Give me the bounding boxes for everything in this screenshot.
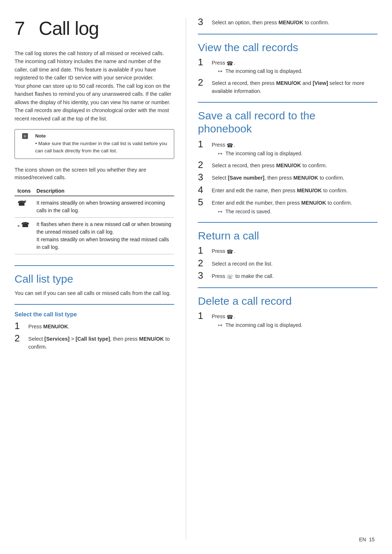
press-icon-rc3: ☏ — [226, 273, 234, 280]
svg-text:☎: ☎ — [21, 221, 29, 229]
return-call-section: Return a call 1 Press ☎ . 2 — [198, 229, 377, 281]
step-number-3: 3 — [198, 17, 212, 27]
rc-step-content-3: Press ☏ to make the call. — [212, 271, 377, 280]
svg-text:☎: ☎ — [226, 142, 233, 148]
select-call-list-subtitle: Select the call list type — [15, 311, 174, 318]
table-row: » ☎ It flashes when there is a new misse… — [15, 218, 174, 254]
rc-step-3: 3 Press ☏ to make the call. — [198, 271, 377, 281]
page-title: 7 Call log — [15, 17, 174, 39]
view-call-records-title: View the call records — [198, 41, 377, 54]
del-step-content-1: Press ☎ . ↦ The incoming call log is dis… — [212, 311, 377, 329]
call-list-type-text: You can set if you can see all calls or … — [15, 289, 174, 297]
return-call-title: Return a call — [198, 229, 377, 242]
left-column: 7 Call log The call log stores the call … — [15, 17, 186, 539]
section-divider-view — [198, 34, 377, 34]
delete-call-record-title: Delete a call record — [198, 295, 377, 308]
rc-step-num-3: 3 — [198, 270, 212, 281]
delete-call-record-steps: 1 Press ☎ . ↦ The incoming call log is d… — [198, 311, 377, 329]
shared-step-3: 3 Select an option, then press MENU/OK t… — [198, 17, 377, 27]
del-step-1-arrow: ↦ The incoming call log is displayed. — [212, 321, 377, 329]
rc-step-1: 1 Press ☎ . — [198, 246, 377, 256]
vcr-step-2: 2 Select a record, then press MENU/OK an… — [198, 78, 377, 95]
sp-step-5: 5 Enter and edit the number, then press … — [198, 198, 377, 216]
vcr-step-num-2: 2 — [198, 77, 212, 88]
rc-step-2: 2 Select a record on the list. — [198, 259, 377, 268]
rc-step-content-2: Select a record on the list. — [212, 259, 377, 268]
icon-cell-2: » ☎ — [15, 218, 34, 254]
save-phonebook-steps: 1 Press ☎ . ↦ The incoming call log is d… — [198, 140, 377, 216]
note-text: Make sure that the number in the call li… — [35, 141, 167, 153]
del-step-num-1: 1 — [198, 311, 212, 321]
incoming-call-icon: ☎ + — [17, 199, 28, 207]
icon-cell-1: ☎ + — [15, 196, 34, 218]
note-icon: ≡ — [22, 133, 28, 139]
note-content: • Make sure that the number in the call … — [35, 140, 169, 155]
call-list-type-section: Call list type You can set if you can se… — [15, 272, 174, 351]
rc-step-content-1: Press ☎ . — [212, 246, 377, 255]
icons-intro-text: The icons shown on the screen tell you w… — [15, 166, 174, 182]
right-column: 3 Select an option, then press MENU/OK t… — [186, 17, 377, 539]
sp-step-num-5: 5 — [198, 197, 212, 208]
intro-text: The call log stores the call history of … — [15, 49, 174, 123]
page-number: EN 15 — [359, 537, 375, 542]
section-divider-save — [198, 102, 377, 103]
sp-step-content-5: Enter and edit the number, then press ME… — [212, 198, 377, 216]
step-2: 2 Select [Services] > [Call list type], … — [15, 334, 174, 351]
press-icon-del1: ☎ — [226, 313, 234, 320]
sp-step-content-1: Press ☎ . ↦ The incoming call log is dis… — [212, 140, 377, 157]
chapter-title: Call log — [39, 18, 99, 39]
del-step-1: 1 Press ☎ . ↦ The incoming call log is d… — [198, 311, 377, 329]
svg-text:☏: ☏ — [226, 274, 233, 280]
sp-step-5-arrow: ↦ The record is saved. — [212, 208, 377, 216]
table-row: ☎ + It remains steadily on when browsing… — [15, 196, 174, 218]
section-divider-delete — [198, 287, 377, 288]
svg-text:+: + — [24, 199, 26, 204]
save-phonebook-section: Save a call record to thephonebook 1 Pre… — [198, 109, 377, 216]
section-divider-1 — [15, 265, 174, 266]
step-number-2: 2 — [15, 333, 28, 344]
step-number-1: 1 — [15, 321, 28, 331]
step-content-2: Select [Services] > [Call list type], th… — [28, 334, 174, 351]
note-label: Note — [35, 133, 169, 139]
description-col-header: Description — [34, 186, 175, 196]
sp-step-content-4: Enter and edit the name, then press MENU… — [212, 185, 377, 195]
vcr-step-num-1: 1 — [198, 57, 212, 67]
section-divider-2 — [15, 304, 174, 305]
svg-text:☎: ☎ — [226, 249, 233, 255]
vcr-step-content-1: Press ☎ . ↦ The incoming call log is dis… — [212, 58, 377, 75]
sp-step-2: 2 Select a record, then press MENU/OK to… — [198, 160, 377, 170]
vcr-step-content-2: Select a record, then press MENU/OK and … — [212, 78, 377, 95]
press-icon-1: ☎ — [226, 60, 234, 66]
step-content-1: Press MENU/OK. — [28, 321, 174, 331]
section-divider-return — [198, 222, 377, 223]
vcr-step-1: 1 Press ☎ . ↦ The incoming call log is d… — [198, 58, 377, 75]
icons-col-header: Icons — [15, 186, 34, 196]
sp-step-content-2: Select a record, then press MENU/OK to c… — [212, 160, 377, 170]
chapter-number: 7 — [15, 18, 25, 39]
press-icon-sp1: ☎ — [226, 142, 234, 148]
vcr-step-1-arrow: ↦ The incoming call log is displayed. — [212, 67, 377, 75]
view-call-records-steps: 1 Press ☎ . ↦ The incoming call log is d… — [198, 58, 377, 95]
svg-text:☎: ☎ — [226, 60, 233, 66]
save-phonebook-title: Save a call record to thephonebook — [198, 109, 377, 135]
svg-text:☎: ☎ — [226, 314, 233, 320]
step-content-3: Select an option, then press MENU/OK to … — [212, 17, 377, 27]
icons-table: Icons Description ☎ + It remains — [15, 186, 174, 254]
sp-step-num-3: 3 — [198, 172, 212, 182]
sp-step-content-3: Select [Save number], then press MENU/OK… — [212, 173, 377, 182]
view-call-records-section: View the call records 1 Press ☎ . ↦ The … — [198, 41, 377, 95]
missed-call-icon: » ☎ — [17, 221, 30, 229]
sp-step-num-1: 1 — [198, 139, 212, 149]
rc-step-num-1: 1 — [198, 245, 212, 256]
step-3-shared: 3 Select an option, then press MENU/OK t… — [198, 17, 377, 27]
sp-step-4: 4 Enter and edit the name, then press ME… — [198, 185, 377, 195]
sp-step-num-2: 2 — [198, 160, 212, 170]
sp-step-num-4: 4 — [198, 185, 212, 195]
press-icon-rc1: ☎ — [226, 248, 234, 255]
note-box: ≡ Note • Make sure that the number in th… — [15, 129, 174, 159]
sp-step-1: 1 Press ☎ . ↦ The incoming call log is d… — [198, 140, 377, 157]
sp-step-3: 3 Select [Save number], then press MENU/… — [198, 173, 377, 182]
return-call-steps: 1 Press ☎ . 2 Select a record on the lis… — [198, 246, 377, 281]
sp-step-1-arrow: ↦ The incoming call log is displayed. — [212, 150, 377, 157]
svg-text:»: » — [17, 223, 20, 228]
